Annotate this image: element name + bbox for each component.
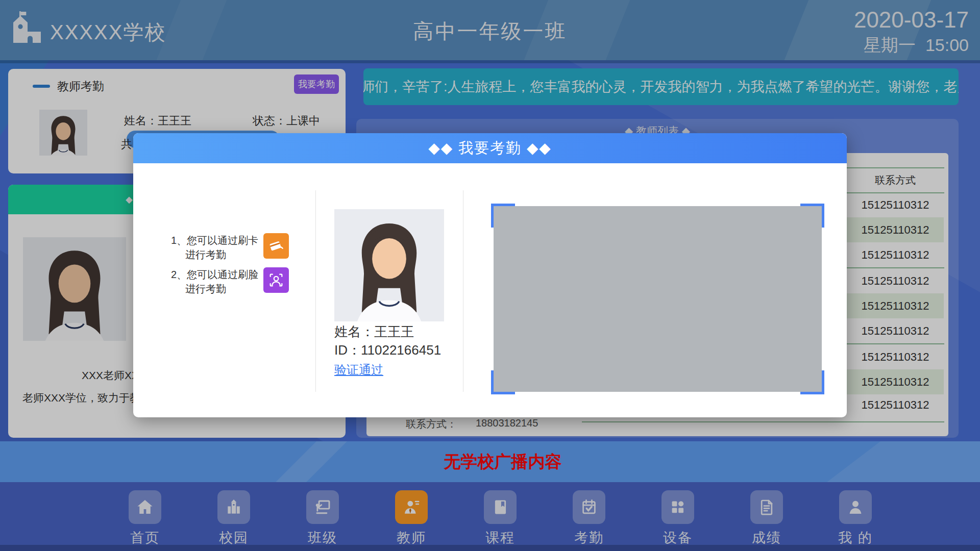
modal-id-row: ID：11022166451 bbox=[334, 341, 441, 359]
instruction-step2: 2、您可以通过刷脸 进行考勤 bbox=[171, 267, 289, 296]
camera-viewport bbox=[494, 206, 822, 392]
step2-line2: 进行考勤 bbox=[171, 282, 258, 296]
modal-name-row: 姓名：王王王 bbox=[334, 323, 414, 341]
step1-line2: 进行考勤 bbox=[171, 247, 258, 262]
modal-divider-left bbox=[315, 190, 316, 392]
instruction-step1: 1、您可以通过刷卡 进行考勤 bbox=[171, 233, 289, 262]
step2-line1: 2、您可以通过刷脸 bbox=[171, 267, 258, 282]
step1-line1: 1、您可以通过刷卡 bbox=[171, 233, 258, 247]
attendance-modal: ◆◆ 我要考勤 ◆◆ 1、您可以通过刷卡 进行考勤 2、您可以 bbox=[133, 133, 847, 417]
camera-corner-icon bbox=[491, 204, 515, 228]
modal-teacher-photo bbox=[334, 209, 444, 321]
face-scan-icon bbox=[263, 267, 289, 293]
verify-passed-link[interactable]: 验证通过 bbox=[334, 362, 383, 378]
attendance-modal-title: ◆◆ 我要考勤 ◆◆ bbox=[133, 133, 847, 163]
swipe-card-icon bbox=[263, 233, 289, 259]
camera-corner-icon bbox=[800, 204, 824, 228]
camera-corner-icon bbox=[800, 370, 824, 394]
modal-divider-right bbox=[463, 190, 463, 392]
smart-class-board-screen: XXXXX学校 高中一年级一班 2020-03-17 星期一 15:00 教师考… bbox=[0, 0, 980, 551]
camera-corner-icon bbox=[491, 370, 515, 394]
